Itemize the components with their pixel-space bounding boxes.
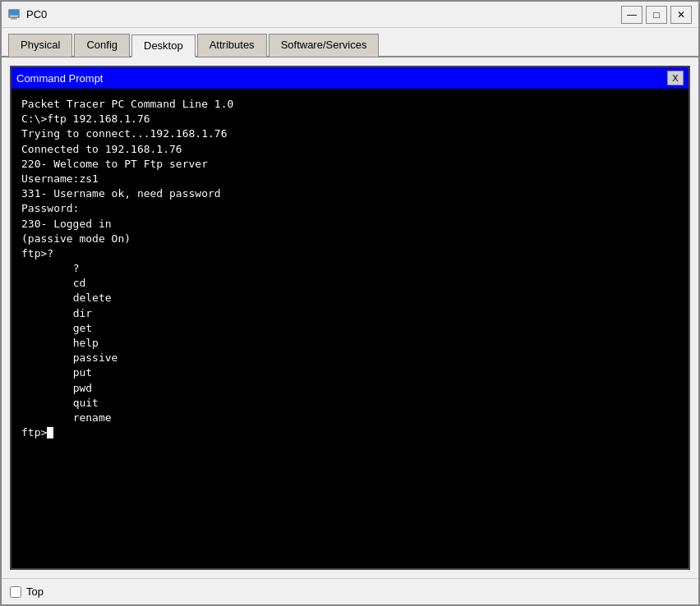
tab-attributes[interactable]: Attributes (197, 34, 267, 57)
svg-rect-3 (11, 18, 17, 19)
top-checkbox[interactable] (10, 586, 21, 598)
maximize-button[interactable]: □ (646, 6, 667, 24)
cursor (47, 427, 53, 438)
bottom-bar: Top (2, 578, 698, 604)
tab-desktop[interactable]: Desktop (131, 34, 196, 57)
window-close-button[interactable]: ✕ (670, 6, 692, 24)
title-bar-left: PC0 (8, 8, 47, 21)
main-content: Command Prompt X Packet Tracer PC Comman… (2, 57, 698, 578)
title-bar-controls: — □ ✕ (621, 6, 692, 24)
tab-config[interactable]: Config (74, 34, 130, 57)
tab-physical[interactable]: Physical (8, 34, 72, 57)
minimize-button[interactable]: — (621, 6, 642, 24)
main-window: PC0 — □ ✕ Physical Config Desktop Attrib… (0, 0, 700, 606)
window-title: PC0 (26, 8, 47, 21)
tab-software-services[interactable]: Software/Services (269, 34, 380, 57)
svg-rect-2 (12, 17, 16, 19)
cmd-title-text: Command Prompt (16, 72, 103, 85)
top-label: Top (26, 585, 44, 598)
cmd-prompt-window: Command Prompt X Packet Tracer PC Comman… (10, 66, 690, 570)
cmd-body[interactable]: Packet Tracer PC Command Line 1.0 C:\>ft… (12, 89, 688, 568)
title-bar: PC0 — □ ✕ (2, 2, 698, 28)
cmd-close-button[interactable]: X (667, 71, 684, 85)
cmd-output: Packet Tracer PC Command Line 1.0 C:\>ft… (21, 97, 679, 440)
pc-icon (8, 8, 21, 21)
svg-rect-1 (9, 10, 19, 16)
cmd-title-bar: Command Prompt X (12, 67, 688, 89)
tab-bar: Physical Config Desktop Attributes Softw… (2, 28, 698, 57)
